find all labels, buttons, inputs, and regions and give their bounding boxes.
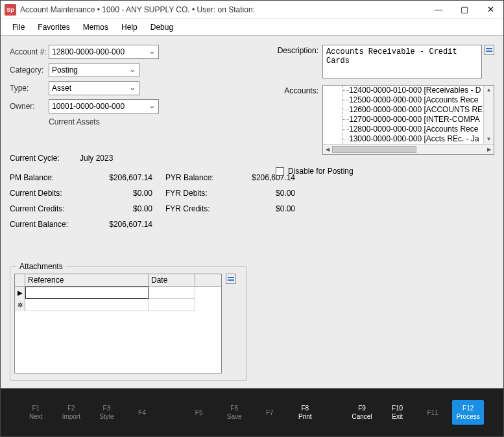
new-row-icon[interactable]: ✲ xyxy=(15,299,25,311)
menu-memos[interactable]: Memos xyxy=(77,20,115,34)
tree-item[interactable]: 13000-0000-000-000 [Accts REc. - Ja xyxy=(349,134,494,144)
owner-description: Current Assets xyxy=(49,117,276,126)
current-credits-label: Current Credits: xyxy=(10,204,81,213)
column-header-reference[interactable]: Reference xyxy=(25,274,149,286)
current-balance-label: Current Balance: xyxy=(10,220,81,229)
pyr-balance-label: PYR Balance: xyxy=(165,173,237,182)
accounts-tree[interactable]: 12400-0000-010-000 [Receivables - D 1250… xyxy=(322,85,494,155)
description-textarea[interactable]: Accounts Receivable - Credit Cards xyxy=(322,45,482,78)
scroll-right-icon[interactable]: ▶ xyxy=(485,145,494,154)
accounts-label: Accounts: xyxy=(276,85,322,95)
current-debits-value: $0.00 xyxy=(81,189,165,198)
fkey-f8[interactable]: F8Print xyxy=(289,400,321,425)
date-cell[interactable] xyxy=(149,299,195,311)
date-cell[interactable] xyxy=(149,287,195,299)
account-number-dropdown[interactable]: 12800-0000-000-000 xyxy=(49,45,159,59)
menu-debug[interactable]: Debug xyxy=(144,20,180,34)
fkey-f5[interactable]: F5 xyxy=(183,405,215,421)
fkey-f4[interactable]: F4 xyxy=(126,405,158,421)
current-cycle-value: July 2023 xyxy=(80,154,113,163)
current-credits-value: $0.00 xyxy=(81,204,165,213)
reference-cell-input[interactable] xyxy=(25,287,149,299)
category-value: Posting xyxy=(52,65,78,75)
pm-balance-label: PM Balance: xyxy=(10,173,81,182)
column-header-date[interactable]: Date xyxy=(149,274,195,286)
category-label: Category: xyxy=(10,65,49,75)
content-area: Account #: 12800-0000-000-000 Category: … xyxy=(1,36,503,388)
owner-label: Owner: xyxy=(10,102,49,111)
minimize-button[interactable]: — xyxy=(426,1,451,19)
app-icon: Sp xyxy=(5,4,16,16)
owner-dropdown[interactable]: 10001-0000-000-000 xyxy=(49,99,159,113)
fkey-f10[interactable]: F10Exit xyxy=(381,400,413,425)
account-number-label: Account #: xyxy=(10,47,49,56)
fyr-debits-label: FYR Debits: xyxy=(165,189,237,198)
scroll-down-icon[interactable]: ▼ xyxy=(484,135,494,144)
pm-balance-value: $206,607.14 xyxy=(81,173,165,182)
disable-for-posting-checkbox[interactable] xyxy=(276,167,284,176)
fyr-credits-label: FYR Credits: xyxy=(165,204,237,213)
menu-file[interactable]: File xyxy=(6,20,31,34)
fkey-f11[interactable]: F11 xyxy=(417,405,449,421)
fkey-f7[interactable]: F7 xyxy=(254,405,285,421)
attachments-list-icon[interactable] xyxy=(226,274,236,284)
description-list-icon[interactable] xyxy=(484,45,494,55)
category-dropdown[interactable]: Posting xyxy=(49,63,139,77)
row-selector-icon[interactable]: ▶ xyxy=(15,287,25,299)
disable-for-posting-label: Disable for Posting xyxy=(288,167,354,176)
title-bar: Sp Account Maintenance • 1000 - ANY SUPP… xyxy=(1,1,503,19)
menu-favorites[interactable]: Favorites xyxy=(31,20,76,34)
owner-value: 10001-0000-000-000 xyxy=(52,102,125,111)
attachments-grid[interactable]: Reference Date ▶ ✲ xyxy=(14,274,222,373)
fkey-f6[interactable]: F6Save xyxy=(219,400,250,425)
type-value: Asset xyxy=(52,84,71,93)
reference-cell[interactable] xyxy=(25,299,149,311)
menu-bar: File Favorites Memos Help Debug xyxy=(1,19,503,36)
tree-scrollbar-horizontal[interactable]: ◀ ▶ xyxy=(323,144,494,154)
window-title: Account Maintenance • 1000 - ANY SUPPLY … xyxy=(20,5,426,14)
tree-item[interactable]: 12600-0000-000-000 [ACCOUNTS RE xyxy=(349,105,494,115)
tree-item[interactable]: 12500-0000-000-000 [Accounts Rece xyxy=(349,95,494,105)
attachments-legend: Attachments xyxy=(17,262,66,271)
fkey-f1[interactable]: F1Next xyxy=(20,400,52,425)
attachments-fieldset: Attachments Reference Date ▶ ✲ xyxy=(10,266,247,381)
fkey-f2[interactable]: F2Import xyxy=(56,400,88,425)
scroll-thumb[interactable] xyxy=(332,146,416,153)
scroll-up-icon[interactable]: ▲ xyxy=(484,86,494,95)
account-number-value: 12800-0000-000-000 xyxy=(52,47,125,56)
type-dropdown[interactable]: Asset xyxy=(49,81,139,95)
scroll-left-icon[interactable]: ◀ xyxy=(323,145,332,154)
fkey-f3[interactable]: F3Style xyxy=(91,400,123,425)
tree-item[interactable]: 12800-0000-000-000 [Accounts Rece xyxy=(349,124,494,134)
tree-item[interactable]: 12700-0000-000-000 [INTER-COMPA xyxy=(349,115,494,124)
function-key-bar: F1NextF2ImportF3StyleF4F5F6SaveF7F8Print… xyxy=(1,388,503,436)
menu-help[interactable]: Help xyxy=(115,20,144,34)
fkey-f9[interactable]: F9Cancel xyxy=(346,400,378,425)
current-balance-value: $206,607.14 xyxy=(81,220,165,229)
type-label: Type: xyxy=(10,84,49,93)
current-debits-label: Current Debits: xyxy=(10,189,81,198)
close-button[interactable]: ✕ xyxy=(477,1,503,19)
tree-item[interactable]: 12400-0000-010-000 [Receivables - D xyxy=(349,86,494,95)
fkey-f12[interactable]: F12Process xyxy=(452,400,484,425)
current-cycle-label: Current Cycle: xyxy=(10,154,80,163)
description-label: Description: xyxy=(276,45,322,55)
maximize-button[interactable]: ▢ xyxy=(451,1,477,19)
tree-scrollbar-vertical[interactable]: ▲ ▼ xyxy=(483,86,494,144)
